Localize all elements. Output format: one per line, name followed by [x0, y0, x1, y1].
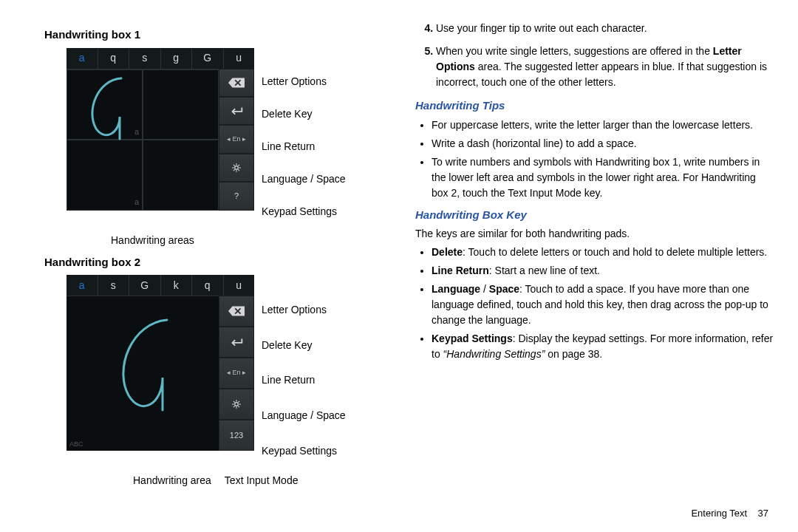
text-input-mode-key[interactable]: 123: [219, 420, 254, 451]
key-intro: The keys are similar for both handwritin…: [415, 226, 774, 242]
suggestion-s[interactable]: s: [98, 275, 130, 296]
line-return-key[interactable]: [219, 327, 254, 358]
step-4: Use your finger tip to write out each ch…: [436, 21, 774, 36]
callout-label: Delete Key: [262, 100, 346, 129]
callout-label: Language / Space: [262, 166, 346, 194]
input-mode-indicator: ABC: [69, 440, 83, 450]
callout-label: Keypad Settings: [262, 198, 346, 226]
section-title-2: Handwriting box 2: [44, 254, 403, 271]
handwriting-box-1-screenshot: aqsgGu aa: [66, 48, 254, 211]
language-space-key[interactable]: ◂ En ▸: [219, 358, 254, 389]
callout-label: Line Return: [262, 133, 346, 161]
subhead-box-key: Handwriting Box Key: [415, 207, 774, 224]
callout-labels-1: Letter OptionsDelete KeyLine ReturnLangu…: [254, 48, 346, 228]
suggestion-G[interactable]: G: [129, 275, 161, 296]
suggestion-q[interactable]: q: [192, 275, 224, 296]
handwriting-area-single: ABC: [66, 296, 219, 451]
tip-item: Write a dash (horizontal line) to add a …: [432, 136, 774, 151]
suggestion-s[interactable]: s: [129, 48, 161, 69]
svg-line-6: [238, 169, 239, 171]
language-space-key[interactable]: ◂ En ▸: [219, 125, 254, 153]
callout-label: Line Return: [262, 366, 346, 395]
handwritten-letter-a-2: [109, 314, 183, 417]
letter-options-bar: aqsgGu: [66, 48, 254, 69]
tip-item: For uppercase letters, write the letter …: [432, 117, 774, 133]
step-5: When you write single letters, suggestio…: [436, 44, 774, 90]
help-key[interactable]: ?: [219, 182, 254, 210]
key-item: Keypad Settings: Display the keypad sett…: [432, 331, 774, 362]
tips-list: For uppercase letters, write the letter …: [423, 117, 774, 201]
svg-line-5: [233, 165, 235, 166]
keypad-settings-key[interactable]: [219, 389, 254, 420]
suggestion-G[interactable]: G: [192, 48, 224, 69]
numbered-steps: Use your finger tip to write out each ch…: [415, 21, 774, 90]
tip-item: To write numbers and symbols with Handwr…: [432, 154, 774, 201]
key-item: Language / Space: Touch to add a space. …: [432, 282, 774, 328]
subhead-tips: Handwriting Tips: [415, 98, 774, 115]
svg-line-16: [233, 406, 235, 407]
handwriting-area-grid: aa: [66, 69, 219, 211]
handwriting-box-2-screenshot: asGkqu ABC: [66, 275, 254, 451]
callout-label: Letter Options: [262, 296, 346, 324]
suggestion-a[interactable]: a: [66, 275, 98, 296]
suggestion-a[interactable]: a: [66, 48, 98, 69]
handwriting-quadrant: a: [66, 140, 143, 211]
callout-label: Keypad Settings: [262, 437, 346, 465]
keypad-settings-key[interactable]: [219, 154, 254, 182]
svg-point-9: [235, 403, 239, 406]
key-column: ◂ En ▸ ?: [219, 69, 254, 211]
delete-key[interactable]: [219, 69, 254, 97]
suggestion-u[interactable]: u: [224, 48, 255, 69]
letter-options-bar-2: asGkqu: [66, 275, 254, 296]
callout-label: Delete Key: [262, 331, 346, 359]
suggestion-u[interactable]: u: [224, 275, 255, 296]
key-column-2: ◂ En ▸ 123: [219, 296, 254, 451]
suggestion-g[interactable]: g: [161, 48, 193, 69]
line-return-key[interactable]: [219, 97, 254, 125]
under-label-2: Handwriting area Text Input Mode: [66, 468, 384, 488]
section-title-1: Handwriting box 1: [44, 27, 403, 44]
page-footer: Entering Text 37: [691, 506, 768, 521]
delete-key[interactable]: [219, 296, 254, 327]
suggestion-q[interactable]: q: [98, 48, 130, 69]
under-label-1: Handwriting areas: [66, 228, 362, 248]
handwriting-quadrant: [143, 69, 219, 140]
key-list: Delete: Touch to delete letters or touch…: [423, 245, 774, 362]
suggestion-k[interactable]: k: [161, 275, 193, 296]
svg-line-15: [238, 406, 239, 407]
handwriting-quadrant: a: [66, 69, 143, 140]
callout-label: Language / Space: [262, 402, 346, 430]
callout-label: Letter Options: [262, 68, 346, 96]
key-item: Line Return: Start a new line of text.: [432, 263, 774, 279]
svg-line-7: [233, 169, 235, 171]
svg-line-8: [238, 165, 239, 166]
handwriting-quadrant: [143, 140, 219, 211]
svg-point-0: [235, 166, 239, 170]
svg-line-17: [238, 401, 239, 403]
svg-line-14: [233, 401, 235, 403]
key-item: Delete: Touch to delete letters or touch…: [432, 245, 774, 260]
callout-labels-2: Letter OptionsDelete KeyLine ReturnLangu…: [254, 275, 346, 468]
